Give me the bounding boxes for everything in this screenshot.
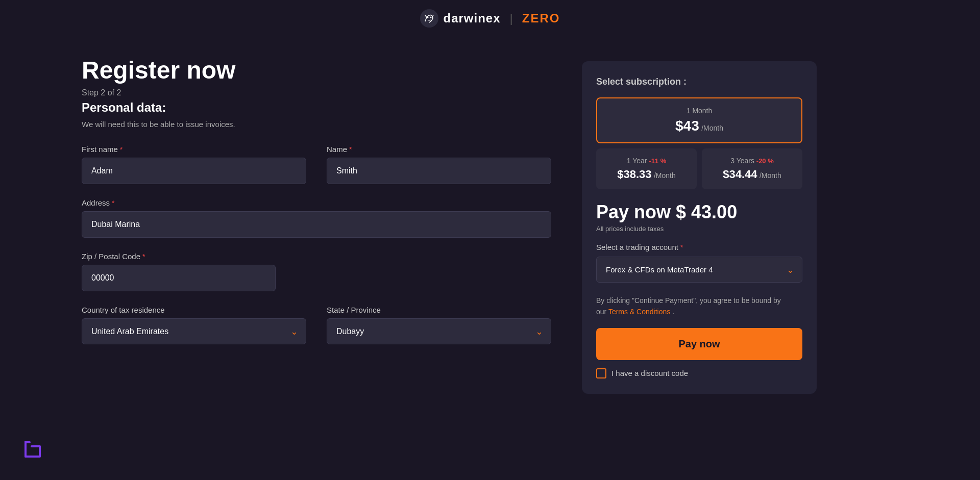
- terms-conditions-link[interactable]: Terms & Conditions: [608, 308, 672, 316]
- trading-account-label: Select a trading account *: [596, 243, 802, 251]
- zip-input[interactable]: [82, 265, 276, 291]
- svg-point-0: [420, 9, 438, 28]
- subscription-cards: 1 Month $43 /Month 1 Year -11 % $38.33 /…: [596, 97, 802, 189]
- country-select[interactable]: United Arab Emirates United States Unite…: [82, 318, 306, 344]
- state-select-wrapper: Dubayy Abu Dhabi Sharjah ⌄: [327, 318, 551, 344]
- plan-1year-label: 1 Year -11 %: [605, 157, 688, 165]
- form-area: Register now Step 2 of 2 Personal data: …: [82, 56, 551, 394]
- first-name-required: *: [120, 145, 122, 154]
- pay-now-amount: Pay now $ 43.00: [596, 201, 802, 223]
- header-divider: |: [510, 11, 513, 26]
- discount-code-checkbox[interactable]: [596, 368, 606, 378]
- country-state-row: Country of tax residence United Arab Emi…: [82, 306, 551, 344]
- plan-3years[interactable]: 3 Years -20 % $34.44 /Month: [702, 148, 802, 189]
- tax-note: All prices include taxes: [596, 225, 802, 233]
- plan-1month[interactable]: 1 Month $43 /Month: [596, 97, 802, 143]
- plan-3years-discount: -20 %: [756, 157, 774, 165]
- state-label: State / Province: [327, 306, 551, 314]
- zip-required: *: [142, 252, 145, 261]
- address-required: *: [112, 199, 114, 207]
- plan-3years-label: 3 Years -20 %: [711, 157, 793, 165]
- last-name-input[interactable]: [327, 158, 551, 184]
- last-name-label: Name *: [327, 145, 551, 154]
- address-group: Address *: [82, 198, 551, 238]
- bottom-logo: [20, 432, 51, 465]
- trading-account-select-wrapper: Forex & CFDs on MetaTrader 4 Forex & CFD…: [596, 257, 802, 283]
- step-label: Step 2 of 2: [82, 88, 551, 97]
- zip-group: Zip / Postal Code *: [82, 252, 276, 291]
- plan-3years-price: $34.44 /Month: [711, 168, 793, 181]
- first-name-label: First name *: [82, 145, 306, 154]
- state-group: State / Province Dubayy Abu Dhabi Sharja…: [327, 306, 551, 344]
- subscription-title: Select subscription :: [596, 77, 802, 87]
- section-description: We will need this to be able to issue in…: [82, 120, 551, 129]
- address-input[interactable]: [82, 211, 551, 238]
- first-name-input[interactable]: [82, 158, 306, 184]
- country-select-wrapper: United Arab Emirates United States Unite…: [82, 318, 306, 344]
- zip-row: Zip / Postal Code *: [82, 252, 551, 291]
- trading-account-select[interactable]: Forex & CFDs on MetaTrader 4 Forex & CFD…: [596, 257, 802, 283]
- country-group: Country of tax residence United Arab Emi…: [82, 306, 306, 344]
- section-title: Personal data:: [82, 100, 551, 115]
- last-name-group: Name *: [327, 145, 551, 184]
- svg-point-1: [427, 17, 428, 18]
- brand-name: darwinex: [444, 11, 501, 26]
- bottom-logo-icon: [20, 432, 51, 463]
- trading-account-required: *: [680, 243, 683, 251]
- svg-point-2: [430, 17, 431, 18]
- plan-1month-price: $43 /Month: [607, 118, 791, 134]
- name-row: First name * Name *: [82, 145, 551, 184]
- header: darwinex | ZERO: [0, 0, 980, 36]
- country-label: Country of tax residence: [82, 306, 306, 314]
- plan-1year[interactable]: 1 Year -11 % $38.33 /Month: [596, 148, 697, 189]
- plan-1month-label: 1 Month: [607, 107, 791, 115]
- plan-1year-discount: -11 %: [649, 157, 666, 165]
- zero-label: ZERO: [522, 11, 560, 26]
- page-title: Register now: [82, 56, 551, 84]
- first-name-group: First name *: [82, 145, 306, 184]
- discount-code-label[interactable]: I have a discount code: [611, 369, 688, 377]
- terms-text: By clicking "Continue Payment", you agre…: [596, 295, 802, 318]
- plan-1year-price: $38.33 /Month: [605, 168, 688, 181]
- discount-code-row: I have a discount code: [596, 368, 802, 378]
- pay-now-button[interactable]: Pay now: [596, 328, 802, 360]
- address-label: Address *: [82, 198, 551, 207]
- plan-row-2: 1 Year -11 % $38.33 /Month 3 Years -20 %…: [596, 148, 802, 189]
- subscription-panel: Select subscription : 1 Month $43 /Month…: [582, 61, 817, 394]
- zip-label: Zip / Postal Code *: [82, 252, 276, 261]
- state-select[interactable]: Dubayy Abu Dhabi Sharjah: [327, 318, 551, 344]
- main-layout: Register now Step 2 of 2 Personal data: …: [0, 36, 980, 414]
- address-row: Address *: [82, 198, 551, 238]
- darwinex-logo-icon: [420, 9, 438, 28]
- logo: darwinex | ZERO: [420, 9, 560, 28]
- last-name-required: *: [349, 145, 352, 154]
